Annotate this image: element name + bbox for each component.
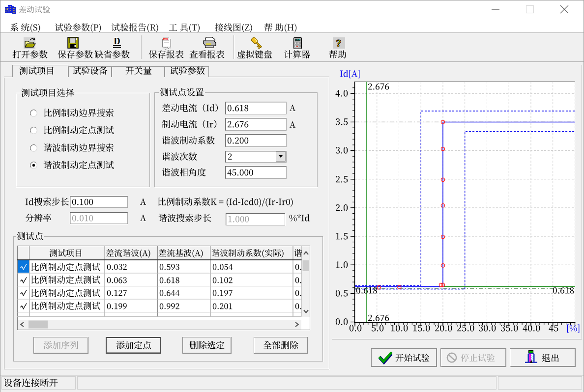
svg-text:?: ?: [336, 37, 342, 49]
svg-text:EXL: EXL: [163, 38, 169, 41]
svg-text:D: D: [114, 36, 120, 46]
